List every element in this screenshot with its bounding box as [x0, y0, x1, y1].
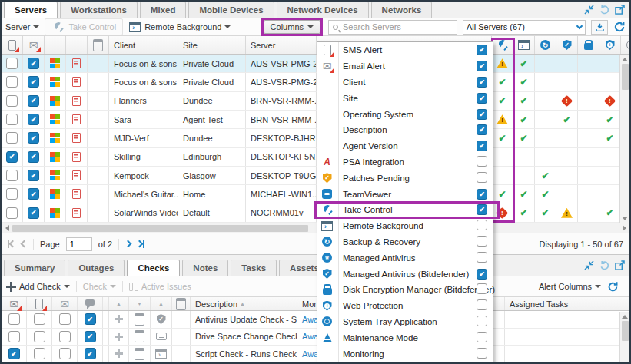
columns-menu-item[interactable]: Backup & Recovery — [317, 234, 493, 250]
detail-tab[interactable]: Notes — [182, 260, 228, 276]
site-column-header[interactable]: Site — [178, 36, 246, 54]
columns-menu-item[interactable]: Monitoring — [317, 346, 493, 362]
scroll-up-icon[interactable] — [622, 315, 628, 319]
email-checkbox[interactable] — [59, 331, 71, 342]
os-column-header[interactable] — [45, 36, 66, 54]
server-filter-select[interactable]: All Servers (67) — [463, 20, 586, 35]
columns-menu-item[interactable]: Patches Pending — [317, 170, 493, 186]
server-row[interactable]: SolarWinds Video Default NOCRMM01v — [2, 204, 629, 223]
status-column-header[interactable] — [556, 36, 578, 54]
search-input[interactable] — [341, 22, 453, 32]
email-alert-checkbox[interactable] — [8, 331, 20, 342]
email-checkbox[interactable] — [59, 313, 71, 325]
sms-alert-checkbox[interactable] — [34, 313, 45, 325]
sms-alert-checkbox[interactable] — [6, 170, 18, 181]
page-number-input[interactable] — [66, 237, 92, 251]
assigned-tasks-column-header[interactable]: Assigned Tasks — [505, 297, 620, 310]
sms-alert-checkbox[interactable] — [34, 331, 45, 342]
check-row[interactable]: Antivirus Update Check - Sy... Awai — [2, 311, 629, 329]
column-visibility-checkbox[interactable] — [477, 45, 487, 55]
scroll-right-icon[interactable] — [623, 225, 626, 231]
email-alert-checkbox[interactable] — [28, 114, 39, 125]
check-menu-button[interactable]: Check — [83, 282, 116, 291]
active-issues-button[interactable]: Active Issues — [129, 282, 191, 291]
device-tab[interactable]: Mixed — [140, 2, 187, 18]
alert-columns-button[interactable]: Alert Columns — [539, 282, 601, 291]
scroll-down-icon[interactable] — [622, 217, 628, 220]
scrollbar-thumb[interactable] — [12, 225, 308, 232]
last-page-button[interactable] — [137, 240, 144, 248]
column-visibility-checkbox[interactable] — [477, 172, 487, 183]
notes-column-header[interactable] — [78, 297, 103, 310]
sort-column-header[interactable]: ▲ — [151, 297, 172, 310]
column-visibility-checkbox[interactable] — [477, 189, 487, 200]
sms-alert-column-header[interactable] — [27, 297, 52, 310]
columns-menu-item[interactable]: Managed Antivirus — [317, 250, 493, 266]
email-alert-checkbox[interactable] — [28, 132, 39, 144]
refresh-button[interactable] — [613, 21, 626, 33]
schedule-column-header[interactable] — [172, 297, 191, 310]
device-tab[interactable]: Servers — [4, 2, 58, 18]
column-visibility-checkbox[interactable] — [477, 269, 487, 280]
column-visibility-checkbox[interactable] — [477, 141, 487, 151]
notes-checkbox[interactable] — [85, 313, 96, 325]
server-row[interactable]: Focus on & sons Private Cloud AUS-VSR-PM… — [2, 73, 629, 91]
prev-page-button[interactable] — [22, 241, 27, 247]
column-visibility-checkbox[interactable] — [477, 348, 487, 359]
email-alert-checkbox[interactable] — [28, 170, 39, 181]
first-page-button[interactable] — [8, 240, 15, 248]
columns-menu-item[interactable]: Maintenance Mode — [317, 329, 493, 346]
columns-menu-item[interactable]: Email Alert — [317, 58, 493, 74]
status-column-header[interactable] — [535, 36, 556, 54]
sms-alert-checkbox[interactable] — [6, 95, 18, 107]
remote-background-button[interactable]: Remote Background — [128, 21, 231, 33]
server-row[interactable]: Kempock Glasgow DESKTOP-T9UG... — [2, 167, 629, 185]
server-row[interactable]: Flanners Dundee BRN-VSR-RMM-... — [2, 92, 629, 111]
email-alert-checkbox[interactable] — [28, 58, 39, 69]
collapse-panel-icon[interactable] — [584, 260, 594, 270]
device-tab[interactable]: Mobile Devices — [188, 2, 274, 18]
column-visibility-checkbox[interactable] — [477, 93, 487, 104]
column-visibility-checkbox[interactable] — [477, 109, 487, 120]
column-visibility-checkbox[interactable] — [477, 204, 487, 215]
detail-tab[interactable]: Summary — [4, 260, 65, 276]
sms-alert-checkbox[interactable] — [6, 114, 18, 125]
column-visibility-checkbox[interactable] — [477, 236, 487, 247]
columns-menu-item[interactable]: Client — [317, 74, 493, 91]
sort-column-header[interactable]: ▲ — [109, 297, 129, 310]
checks-vertical-scrollbar[interactable] — [619, 312, 629, 362]
status-column-header[interactable] — [492, 36, 513, 54]
sms-alert-checkbox[interactable] — [6, 58, 18, 69]
columns-menu-item[interactable]: TeamViewer — [317, 186, 493, 202]
column-visibility-checkbox[interactable] — [477, 61, 487, 71]
sms-alert-checkbox[interactable] — [6, 76, 18, 88]
vertical-scrollbar[interactable] — [619, 55, 629, 223]
columns-menu-item[interactable]: SMS Alert — [317, 42, 493, 58]
column-visibility-checkbox[interactable] — [477, 220, 487, 230]
columns-menu-item[interactable]: PSA Integration — [317, 154, 493, 170]
server-menu-button[interactable]: Server — [5, 22, 39, 31]
columns-menu-item[interactable]: Agent Version — [317, 138, 493, 154]
description-column-header[interactable]: Description ▲ — [191, 297, 297, 310]
scroll-up-icon[interactable] — [622, 58, 628, 61]
collapse-panel-icon[interactable] — [584, 5, 594, 15]
sms-alert-checkbox[interactable] — [6, 151, 18, 163]
device-column-header[interactable] — [66, 36, 88, 54]
status-column-header[interactable] — [578, 36, 599, 54]
patches-column-header[interactable] — [88, 36, 109, 54]
column-visibility-checkbox[interactable] — [477, 332, 487, 342]
expand-panel-icon[interactable] — [615, 5, 625, 15]
email-alert-checkbox[interactable] — [28, 76, 39, 88]
server-row[interactable]: Michael's Guitar... Home MICHAEL-WIN1... — [2, 185, 629, 204]
columns-button[interactable]: Columns — [264, 20, 320, 34]
status-column-header[interactable] — [621, 36, 631, 54]
detail-tab[interactable]: Tasks — [231, 260, 277, 276]
sms-alert-checkbox[interactable] — [6, 188, 18, 200]
notes-checkbox[interactable] — [85, 348, 96, 359]
columns-menu-item[interactable]: Disk Encryption Manager (Bitdefender) — [317, 282, 493, 298]
server-row[interactable]: Sara Agent Test BRN-VSR-RMM-... — [2, 111, 629, 129]
status-column-header[interactable] — [599, 36, 621, 54]
column-visibility-checkbox[interactable] — [477, 316, 487, 326]
email-alert-checkbox[interactable] — [28, 151, 39, 163]
check-row[interactable]: Script Check - Runs Check ... Awai — [2, 346, 629, 363]
